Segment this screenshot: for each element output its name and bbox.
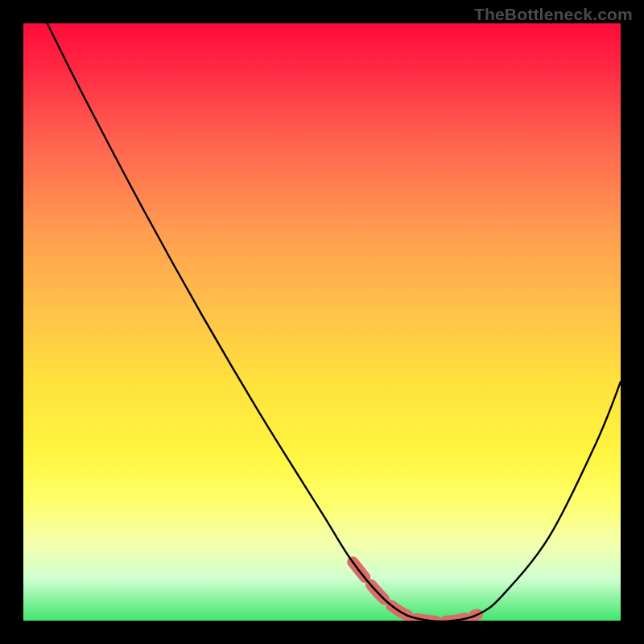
bottleneck-curve-line	[47, 23, 621, 621]
plot-area	[23, 23, 621, 621]
curve-svg	[23, 23, 621, 621]
chart-stage: TheBottleneck.com	[0, 0, 644, 644]
curve-highlight-segment	[352, 561, 477, 621]
watermark-text: TheBottleneck.com	[474, 5, 633, 24]
